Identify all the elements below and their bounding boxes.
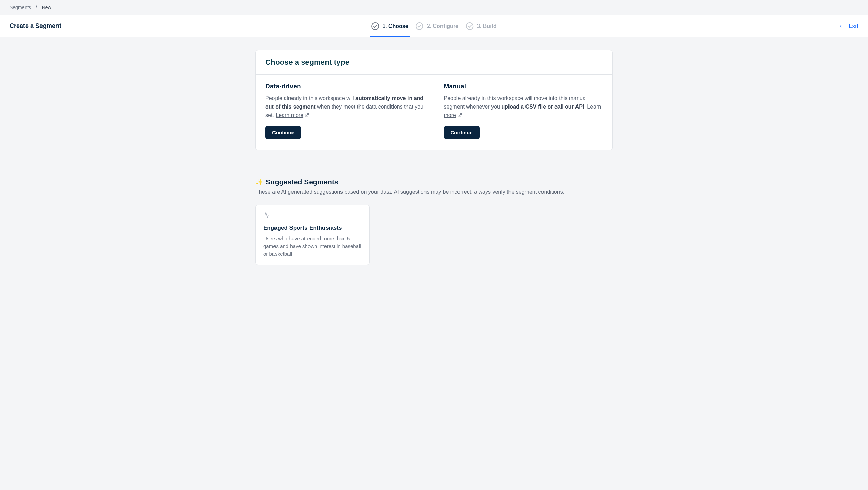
step-label: 2. Configure xyxy=(427,23,458,29)
suggested-heading: ✨ Suggested Segments xyxy=(255,178,613,186)
svg-line-1 xyxy=(459,113,461,115)
breadcrumb-segments-link[interactable]: Segments xyxy=(10,5,31,10)
card-header: Choose a segment type xyxy=(256,50,612,75)
activity-icon xyxy=(263,212,362,220)
stepper: 1. Choose 2. Configure 3. Build xyxy=(371,15,497,37)
option-description: People already in this workspace will mo… xyxy=(444,94,603,120)
svg-line-0 xyxy=(306,113,308,115)
main-content: Choose a segment type Data-driven People… xyxy=(255,37,613,279)
check-icon xyxy=(416,22,423,30)
step-label: 3. Build xyxy=(477,23,497,29)
step-label: 1. Choose xyxy=(382,23,408,29)
suggested-description: These are AI generated suggestions based… xyxy=(255,189,613,195)
option-description: People already in this workspace will au… xyxy=(265,94,424,120)
suggestion-title: Engaged Sports Enthusiasts xyxy=(263,225,362,231)
learn-more-link[interactable]: Learn more xyxy=(276,112,303,118)
breadcrumb-separator: / xyxy=(36,5,37,10)
suggested-section: ✨ Suggested Segments These are AI genera… xyxy=(255,167,613,265)
external-link-icon xyxy=(457,112,462,120)
suggestion-description: Users who have attended more than 5 game… xyxy=(263,235,362,258)
exit-area: Exit xyxy=(838,23,858,29)
choose-heading: Choose a segment type xyxy=(265,58,603,67)
step-choose[interactable]: 1. Choose xyxy=(371,15,408,37)
card-body: Data-driven People already in this works… xyxy=(256,75,612,150)
suggestion-card[interactable]: Engaged Sports Enthusiasts Users who hav… xyxy=(255,205,370,265)
option-manual: Manual People already in this workspace … xyxy=(434,83,603,139)
external-link-icon xyxy=(305,112,309,120)
check-icon xyxy=(466,22,473,30)
step-build: 3. Build xyxy=(466,15,497,37)
choose-segment-card: Choose a segment type Data-driven People… xyxy=(255,50,613,150)
option-data-driven: Data-driven People already in this works… xyxy=(265,83,434,139)
breadcrumb: Segments / New xyxy=(0,0,868,15)
option-title: Manual xyxy=(444,83,603,90)
exit-button[interactable]: Exit xyxy=(849,23,858,29)
chevron-left-icon[interactable] xyxy=(838,24,843,29)
page-title: Create a Segment xyxy=(10,22,61,30)
check-icon xyxy=(371,22,379,30)
continue-manual-button[interactable]: Continue xyxy=(444,126,480,139)
sparkle-icon: ✨ xyxy=(255,178,263,186)
option-title: Data-driven xyxy=(265,83,424,90)
breadcrumb-current: New xyxy=(42,5,51,10)
continue-data-driven-button[interactable]: Continue xyxy=(265,126,301,139)
step-configure: 2. Configure xyxy=(416,15,458,37)
header-bar: Create a Segment 1. Choose 2. Configure … xyxy=(0,15,868,37)
